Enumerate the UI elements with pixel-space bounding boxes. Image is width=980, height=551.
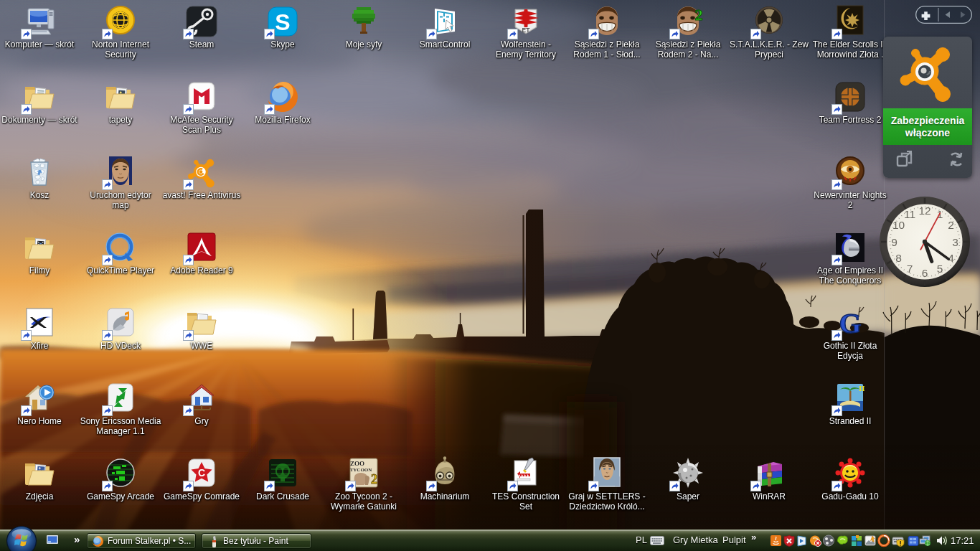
svg-text:2: 2 [695, 6, 703, 24]
svg-text:S: S [275, 9, 290, 35]
svg-text:II: II [859, 384, 865, 392]
svg-text:C: C [198, 467, 205, 479]
svg-text:ET: ET [522, 27, 531, 34]
svg-text:2: 2 [371, 472, 377, 486]
svg-text:ZOO: ZOO [350, 460, 364, 467]
svg-text:G: G [839, 307, 861, 339]
svg-text:TYCOON: TYCOON [350, 467, 372, 473]
